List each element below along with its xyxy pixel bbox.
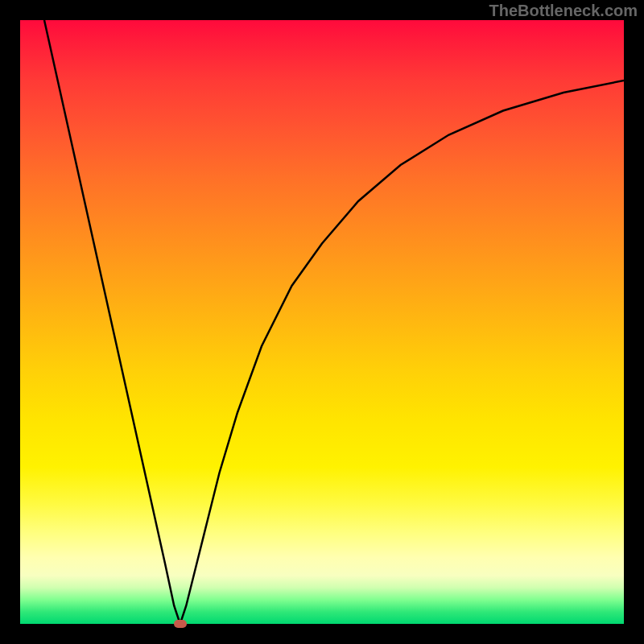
watermark-text: TheBottleneck.com [489,2,638,20]
curve-svg [20,20,624,624]
bottleneck-curve [44,20,624,624]
minimum-marker [174,620,187,628]
chart-area [20,20,624,624]
